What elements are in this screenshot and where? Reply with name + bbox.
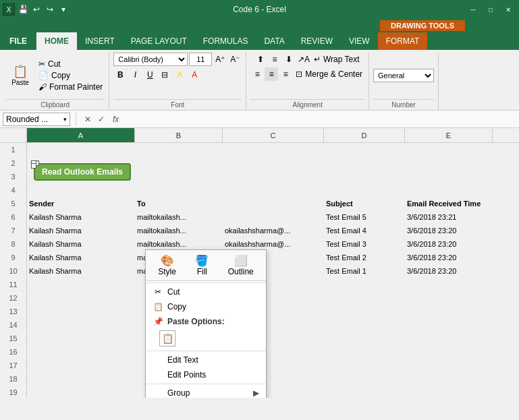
table-cell[interactable] bbox=[223, 183, 324, 196]
ctx-copy-item[interactable]: 📋 Copy bbox=[146, 299, 266, 314]
tab-home[interactable]: HOME bbox=[36, 32, 77, 50]
name-box[interactable]: Rounded ... ▾ bbox=[3, 113, 70, 126]
table-cell[interactable] bbox=[135, 156, 223, 169]
table-cell[interactable] bbox=[135, 170, 223, 183]
table-cell[interactable]: mailtokailash... bbox=[135, 224, 223, 237]
table-cell[interactable] bbox=[324, 318, 405, 331]
table-cell[interactable]: Test Email 2 bbox=[324, 251, 405, 264]
customize-button[interactable]: ▾ bbox=[58, 4, 69, 15]
table-cell[interactable] bbox=[223, 143, 324, 156]
table-cell[interactable] bbox=[27, 291, 135, 304]
table-cell[interactable] bbox=[405, 305, 493, 318]
align-center-button[interactable]: ≡ bbox=[265, 67, 278, 81]
table-cell[interactable] bbox=[405, 359, 493, 371]
wrap-text-button[interactable]: ↵ Wrap Text bbox=[312, 54, 362, 65]
table-cell[interactable] bbox=[135, 143, 223, 156]
table-cell[interactable] bbox=[324, 305, 405, 318]
col-header-e[interactable]: E bbox=[405, 128, 493, 142]
table-cell[interactable]: 3/6/2018 23:20 bbox=[405, 251, 493, 264]
table-cell[interactable] bbox=[405, 183, 493, 196]
table-cell[interactable]: To bbox=[135, 197, 223, 210]
align-bottom-button[interactable]: ⬇ bbox=[282, 53, 296, 66]
ctx-group-item[interactable]: Group ▶ bbox=[146, 386, 266, 398]
table-cell[interactable]: Kailash Sharma bbox=[27, 251, 135, 264]
table-cell[interactable] bbox=[27, 305, 135, 318]
align-left-button[interactable]: ≡ bbox=[250, 67, 264, 81]
cancel-formula-button[interactable]: ✕ bbox=[82, 113, 94, 125]
table-cell[interactable] bbox=[223, 197, 324, 210]
ctx-outline-button[interactable]: ⬜ Outline bbox=[224, 253, 258, 278]
read-outlook-button[interactable]: Read Outlook Emails bbox=[34, 163, 131, 181]
table-cell[interactable] bbox=[405, 143, 493, 156]
increase-font-button[interactable]: A⁺ bbox=[213, 53, 227, 66]
table-cell[interactable] bbox=[324, 156, 405, 169]
table-cell[interactable] bbox=[324, 332, 405, 344]
ctx-edit-text-item[interactable]: Edit Text bbox=[146, 353, 266, 367]
table-cell[interactable]: 3/6/2018 23:20 bbox=[405, 264, 493, 277]
maximize-button[interactable]: □ bbox=[483, 3, 499, 16]
table-cell[interactable]: 3/6/2018 23:21 bbox=[405, 210, 493, 223]
table-cell[interactable] bbox=[223, 210, 324, 223]
table-cell[interactable] bbox=[27, 386, 135, 398]
border-button[interactable]: ⊟ bbox=[158, 68, 171, 82]
table-cell[interactable] bbox=[324, 372, 405, 385]
table-cell[interactable] bbox=[27, 183, 135, 196]
table-cell[interactable] bbox=[324, 386, 405, 398]
number-format-select[interactable]: General bbox=[373, 69, 434, 82]
table-cell[interactable] bbox=[27, 372, 135, 385]
merge-center-button[interactable]: ⊡ Merge & Center bbox=[294, 69, 364, 80]
close-button[interactable]: ✕ bbox=[500, 3, 516, 16]
cut-button[interactable]: ✂ Cut bbox=[36, 59, 105, 69]
save-button[interactable]: 💾 bbox=[18, 4, 28, 15]
bold-button[interactable]: B bbox=[113, 68, 127, 82]
table-cell[interactable] bbox=[27, 359, 135, 371]
col-header-c[interactable]: C bbox=[223, 128, 324, 142]
align-top-button[interactable]: ⬆ bbox=[254, 53, 267, 66]
format-painter-button[interactable]: 🖌 Format Painter bbox=[36, 82, 105, 92]
orientation-button[interactable]: ↗A bbox=[297, 53, 310, 66]
table-cell[interactable] bbox=[405, 170, 493, 183]
table-cell[interactable] bbox=[27, 345, 135, 358]
table-cell[interactable] bbox=[324, 183, 405, 196]
table-cell[interactable] bbox=[405, 345, 493, 358]
table-cell[interactable]: okailashsharma@... bbox=[223, 237, 324, 250]
table-cell[interactable] bbox=[405, 318, 493, 331]
table-cell[interactable]: Test Email 4 bbox=[324, 224, 405, 237]
table-cell[interactable] bbox=[324, 170, 405, 183]
ctx-paste-option-button[interactable]: 📋 bbox=[159, 330, 175, 347]
confirm-formula-button[interactable]: ✓ bbox=[95, 113, 107, 125]
underline-button[interactable]: U bbox=[143, 68, 157, 82]
ctx-style-button[interactable]: 🎨 Style bbox=[154, 253, 180, 278]
table-cell[interactable] bbox=[135, 183, 223, 196]
tab-file[interactable]: FILE bbox=[0, 32, 36, 50]
tab-data[interactable]: DATA bbox=[256, 32, 292, 50]
tab-review[interactable]: REVIEW bbox=[293, 32, 341, 50]
fill-color-button[interactable]: A bbox=[173, 68, 186, 82]
align-middle-button[interactable]: ≡ bbox=[268, 53, 281, 66]
name-box-arrow[interactable]: ▾ bbox=[63, 116, 67, 123]
align-right-button[interactable]: ≡ bbox=[279, 67, 292, 81]
paste-button[interactable]: 📋 Paste bbox=[5, 63, 35, 88]
table-cell[interactable] bbox=[27, 143, 135, 156]
table-cell[interactable]: Sender bbox=[27, 197, 135, 210]
ctx-cut-item[interactable]: ✂ Cut bbox=[146, 284, 266, 299]
minimize-button[interactable]: ─ bbox=[465, 3, 481, 16]
table-cell[interactable] bbox=[405, 278, 493, 291]
table-cell[interactable]: Email Received Time bbox=[405, 197, 493, 210]
table-cell[interactable] bbox=[27, 278, 135, 291]
redo-button[interactable]: ↪ bbox=[45, 4, 55, 15]
tab-view[interactable]: VIEW bbox=[341, 32, 378, 50]
ctx-fill-button[interactable]: 🪣 Fill bbox=[191, 253, 213, 278]
tab-insert[interactable]: INSERT bbox=[77, 32, 123, 50]
table-cell[interactable]: mailtokailash... bbox=[135, 237, 223, 250]
decrease-font-button[interactable]: A⁻ bbox=[228, 53, 242, 66]
table-cell[interactable]: Test Email 5 bbox=[324, 210, 405, 223]
copy-button[interactable]: 📄 Copy bbox=[36, 70, 105, 81]
italic-button[interactable]: I bbox=[128, 68, 142, 82]
table-cell[interactable]: mailtokailash... bbox=[135, 210, 223, 223]
table-cell[interactable]: Test Email 3 bbox=[324, 237, 405, 250]
col-header-a[interactable]: A bbox=[27, 128, 135, 142]
font-name-select[interactable]: Calibri (Body) bbox=[113, 53, 188, 66]
ctx-edit-points-item[interactable]: Edit Points bbox=[146, 367, 266, 382]
table-cell[interactable]: Kailash Sharma bbox=[27, 210, 135, 223]
